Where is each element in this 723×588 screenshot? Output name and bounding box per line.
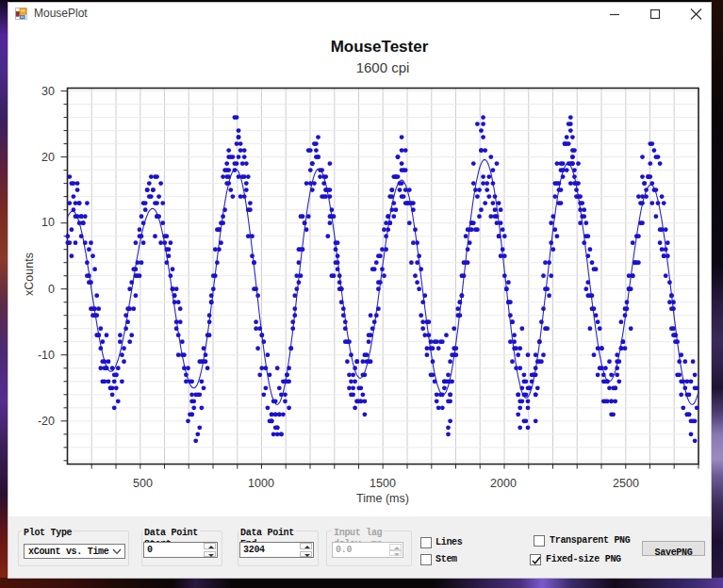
- svg-text:20: 20: [41, 151, 55, 164]
- svg-text:10: 10: [41, 216, 55, 229]
- svg-text:0: 0: [48, 283, 55, 296]
- svg-text:2000: 2000: [490, 477, 517, 490]
- svg-text:2500: 2500: [613, 477, 639, 490]
- svg-text:-20: -20: [38, 415, 55, 428]
- svg-text:30: 30: [41, 85, 55, 98]
- svg-text:xCounts: xCounts: [23, 253, 36, 296]
- svg-text:-10: -10: [38, 349, 55, 362]
- svg-text:1000: 1000: [248, 477, 274, 490]
- svg-text:1500: 1500: [370, 477, 396, 490]
- svg-text:Time (ms): Time (ms): [356, 492, 409, 505]
- svg-text:500: 500: [133, 477, 153, 490]
